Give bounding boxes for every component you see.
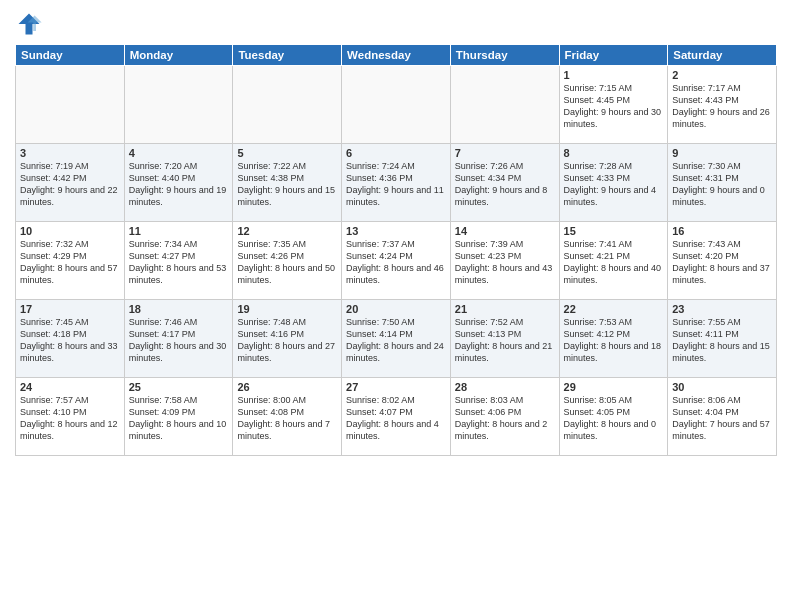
calendar-cell: 15Sunrise: 7:41 AM Sunset: 4:21 PM Dayli…	[559, 222, 668, 300]
day-info: Sunrise: 7:46 AM Sunset: 4:17 PM Dayligh…	[129, 316, 229, 365]
day-info: Sunrise: 7:48 AM Sunset: 4:16 PM Dayligh…	[237, 316, 337, 365]
day-info: Sunrise: 7:17 AM Sunset: 4:43 PM Dayligh…	[672, 82, 772, 131]
day-info: Sunrise: 7:35 AM Sunset: 4:26 PM Dayligh…	[237, 238, 337, 287]
day-info: Sunrise: 7:15 AM Sunset: 4:45 PM Dayligh…	[564, 82, 664, 131]
day-info: Sunrise: 7:22 AM Sunset: 4:38 PM Dayligh…	[237, 160, 337, 209]
day-number: 13	[346, 225, 446, 237]
day-number: 5	[237, 147, 337, 159]
calendar-cell: 2Sunrise: 7:17 AM Sunset: 4:43 PM Daylig…	[668, 66, 777, 144]
calendar-cell: 24Sunrise: 7:57 AM Sunset: 4:10 PM Dayli…	[16, 378, 125, 456]
calendar-week-row: 3Sunrise: 7:19 AM Sunset: 4:42 PM Daylig…	[16, 144, 777, 222]
day-info: Sunrise: 8:02 AM Sunset: 4:07 PM Dayligh…	[346, 394, 446, 443]
day-number: 23	[672, 303, 772, 315]
day-number: 17	[20, 303, 120, 315]
day-info: Sunrise: 7:57 AM Sunset: 4:10 PM Dayligh…	[20, 394, 120, 443]
day-info: Sunrise: 7:24 AM Sunset: 4:36 PM Dayligh…	[346, 160, 446, 209]
day-number: 1	[564, 69, 664, 81]
day-info: Sunrise: 7:55 AM Sunset: 4:11 PM Dayligh…	[672, 316, 772, 365]
day-number: 7	[455, 147, 555, 159]
calendar-cell: 23Sunrise: 7:55 AM Sunset: 4:11 PM Dayli…	[668, 300, 777, 378]
calendar-cell: 17Sunrise: 7:45 AM Sunset: 4:18 PM Dayli…	[16, 300, 125, 378]
day-info: Sunrise: 8:03 AM Sunset: 4:06 PM Dayligh…	[455, 394, 555, 443]
day-info: Sunrise: 7:32 AM Sunset: 4:29 PM Dayligh…	[20, 238, 120, 287]
day-info: Sunrise: 7:34 AM Sunset: 4:27 PM Dayligh…	[129, 238, 229, 287]
day-number: 2	[672, 69, 772, 81]
calendar-cell: 6Sunrise: 7:24 AM Sunset: 4:36 PM Daylig…	[342, 144, 451, 222]
calendar-cell	[124, 66, 233, 144]
calendar-cell	[450, 66, 559, 144]
day-info: Sunrise: 7:52 AM Sunset: 4:13 PM Dayligh…	[455, 316, 555, 365]
day-info: Sunrise: 7:37 AM Sunset: 4:24 PM Dayligh…	[346, 238, 446, 287]
day-info: Sunrise: 7:45 AM Sunset: 4:18 PM Dayligh…	[20, 316, 120, 365]
day-number: 16	[672, 225, 772, 237]
calendar-cell: 10Sunrise: 7:32 AM Sunset: 4:29 PM Dayli…	[16, 222, 125, 300]
calendar-cell: 30Sunrise: 8:06 AM Sunset: 4:04 PM Dayli…	[668, 378, 777, 456]
page-header	[15, 10, 777, 38]
logo-icon	[15, 10, 43, 38]
calendar-cell: 5Sunrise: 7:22 AM Sunset: 4:38 PM Daylig…	[233, 144, 342, 222]
day-info: Sunrise: 8:05 AM Sunset: 4:05 PM Dayligh…	[564, 394, 664, 443]
calendar-page: SundayMondayTuesdayWednesdayThursdayFrid…	[0, 0, 792, 612]
day-number: 6	[346, 147, 446, 159]
day-number: 8	[564, 147, 664, 159]
col-header-saturday: Saturday	[668, 45, 777, 66]
calendar-cell: 26Sunrise: 8:00 AM Sunset: 4:08 PM Dayli…	[233, 378, 342, 456]
calendar-cell: 7Sunrise: 7:26 AM Sunset: 4:34 PM Daylig…	[450, 144, 559, 222]
col-header-sunday: Sunday	[16, 45, 125, 66]
calendar-week-row: 17Sunrise: 7:45 AM Sunset: 4:18 PM Dayli…	[16, 300, 777, 378]
day-info: Sunrise: 7:53 AM Sunset: 4:12 PM Dayligh…	[564, 316, 664, 365]
day-number: 14	[455, 225, 555, 237]
day-number: 10	[20, 225, 120, 237]
calendar-cell	[342, 66, 451, 144]
svg-marker-0	[19, 14, 40, 35]
day-number: 3	[20, 147, 120, 159]
day-number: 27	[346, 381, 446, 393]
day-number: 30	[672, 381, 772, 393]
col-header-thursday: Thursday	[450, 45, 559, 66]
day-info: Sunrise: 7:26 AM Sunset: 4:34 PM Dayligh…	[455, 160, 555, 209]
col-header-monday: Monday	[124, 45, 233, 66]
col-header-wednesday: Wednesday	[342, 45, 451, 66]
calendar-cell: 13Sunrise: 7:37 AM Sunset: 4:24 PM Dayli…	[342, 222, 451, 300]
day-info: Sunrise: 7:43 AM Sunset: 4:20 PM Dayligh…	[672, 238, 772, 287]
calendar-cell: 16Sunrise: 7:43 AM Sunset: 4:20 PM Dayli…	[668, 222, 777, 300]
day-info: Sunrise: 7:58 AM Sunset: 4:09 PM Dayligh…	[129, 394, 229, 443]
calendar-cell: 14Sunrise: 7:39 AM Sunset: 4:23 PM Dayli…	[450, 222, 559, 300]
day-info: Sunrise: 7:28 AM Sunset: 4:33 PM Dayligh…	[564, 160, 664, 209]
day-number: 26	[237, 381, 337, 393]
day-number: 9	[672, 147, 772, 159]
calendar-cell: 18Sunrise: 7:46 AM Sunset: 4:17 PM Dayli…	[124, 300, 233, 378]
calendar-cell: 11Sunrise: 7:34 AM Sunset: 4:27 PM Dayli…	[124, 222, 233, 300]
day-info: Sunrise: 7:30 AM Sunset: 4:31 PM Dayligh…	[672, 160, 772, 209]
day-info: Sunrise: 7:39 AM Sunset: 4:23 PM Dayligh…	[455, 238, 555, 287]
calendar-week-row: 10Sunrise: 7:32 AM Sunset: 4:29 PM Dayli…	[16, 222, 777, 300]
day-info: Sunrise: 7:50 AM Sunset: 4:14 PM Dayligh…	[346, 316, 446, 365]
calendar-week-row: 1Sunrise: 7:15 AM Sunset: 4:45 PM Daylig…	[16, 66, 777, 144]
calendar-cell: 1Sunrise: 7:15 AM Sunset: 4:45 PM Daylig…	[559, 66, 668, 144]
logo	[15, 10, 47, 38]
calendar-cell	[16, 66, 125, 144]
day-number: 24	[20, 381, 120, 393]
calendar-cell: 21Sunrise: 7:52 AM Sunset: 4:13 PM Dayli…	[450, 300, 559, 378]
day-number: 25	[129, 381, 229, 393]
day-number: 19	[237, 303, 337, 315]
calendar-cell: 12Sunrise: 7:35 AM Sunset: 4:26 PM Dayli…	[233, 222, 342, 300]
calendar-cell: 3Sunrise: 7:19 AM Sunset: 4:42 PM Daylig…	[16, 144, 125, 222]
col-header-tuesday: Tuesday	[233, 45, 342, 66]
calendar-cell: 28Sunrise: 8:03 AM Sunset: 4:06 PM Dayli…	[450, 378, 559, 456]
day-number: 20	[346, 303, 446, 315]
day-number: 29	[564, 381, 664, 393]
calendar-table: SundayMondayTuesdayWednesdayThursdayFrid…	[15, 44, 777, 456]
day-number: 4	[129, 147, 229, 159]
day-info: Sunrise: 8:00 AM Sunset: 4:08 PM Dayligh…	[237, 394, 337, 443]
day-number: 28	[455, 381, 555, 393]
day-number: 22	[564, 303, 664, 315]
calendar-cell: 9Sunrise: 7:30 AM Sunset: 4:31 PM Daylig…	[668, 144, 777, 222]
calendar-cell: 20Sunrise: 7:50 AM Sunset: 4:14 PM Dayli…	[342, 300, 451, 378]
col-header-friday: Friday	[559, 45, 668, 66]
calendar-cell: 4Sunrise: 7:20 AM Sunset: 4:40 PM Daylig…	[124, 144, 233, 222]
calendar-week-row: 24Sunrise: 7:57 AM Sunset: 4:10 PM Dayli…	[16, 378, 777, 456]
day-number: 21	[455, 303, 555, 315]
day-info: Sunrise: 7:19 AM Sunset: 4:42 PM Dayligh…	[20, 160, 120, 209]
calendar-cell: 22Sunrise: 7:53 AM Sunset: 4:12 PM Dayli…	[559, 300, 668, 378]
